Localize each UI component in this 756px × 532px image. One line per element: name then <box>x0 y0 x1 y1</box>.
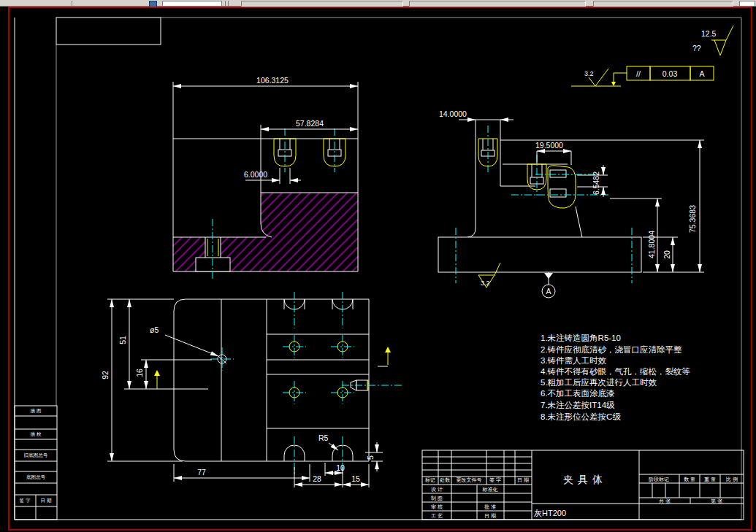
dim-plan-pitch: 28 <box>313 474 321 483</box>
fcf-datum: A <box>699 69 704 78</box>
note-line: 6.不加工表面涂底漆 <box>541 389 615 398</box>
tb-lbl-total: 共 张 <box>659 498 671 504</box>
dim-plan-edge: 5 <box>366 455 375 460</box>
dim-side-base: 20 <box>663 250 671 259</box>
leader-arrow <box>154 370 160 389</box>
tb-lbl-date: 日 期 <box>484 513 496 519</box>
dim-front-total-width: 106.3125 <box>256 76 289 85</box>
dim-plan-width: 77 <box>197 468 206 477</box>
part-material: 灰HT200 <box>534 509 566 517</box>
note-line: 7.未注公差按IT14级 <box>541 401 615 409</box>
tb-row-process: 工 艺 <box>431 513 443 518</box>
tb-row-draw: 制 图 <box>430 496 443 501</box>
margin-row-trace-check: 描 校 <box>31 431 42 437</box>
fcf-symbol: // <box>636 69 641 78</box>
tb-lbl-page: 第 张 <box>711 498 722 504</box>
side-view: 14.0000 19.5000 6.5482 41.8004 20 75.368… <box>438 109 704 298</box>
datum-label: A <box>546 287 551 296</box>
surface-value: 12.5 <box>701 29 717 38</box>
dim-plan-margin: 15 <box>351 474 360 483</box>
cad-canvas[interactable]: 106.3125 57.8284 6.0000 <box>0 0 756 532</box>
dim-plan-slot: 10 <box>336 463 345 472</box>
plan-hole <box>331 335 354 358</box>
dim-plan-upper: 51 <box>118 336 127 344</box>
drawing-info-box <box>56 18 161 45</box>
margin-table: 描 图 描 校 旧底图总号 底图总号 签 字 日 期 <box>15 406 57 520</box>
front-slot <box>324 128 345 172</box>
dim-front-step-width: 57.8284 <box>296 119 324 128</box>
tb-row-design: 设 计 <box>431 487 443 492</box>
dim-plan-offset: 16 <box>135 369 144 377</box>
technical-notes: 1.未注铸造圆角R5-10 2.铸件应彻底清砂，浇冒口应清除平整 3.铸件需人工… <box>541 334 690 421</box>
dim-plan-depth: 92 <box>101 371 110 379</box>
feature-control-frame: // 0.03 A <box>611 66 714 86</box>
surface-mark-top-right: ?? 12.5 <box>692 26 733 55</box>
margin-row-doc: 底图总号 <box>26 474 46 479</box>
surface-prefix: ?? <box>692 44 701 53</box>
tb-lbl-standard: 标准化 <box>482 487 498 493</box>
svg-text:3.2: 3.2 <box>481 280 490 287</box>
part-name: 夹具体 <box>563 474 607 485</box>
set-screw <box>342 380 404 390</box>
dim-plan-radius: R5 <box>318 433 329 442</box>
tb-col-date: 日 期 <box>517 477 529 483</box>
dim-side-mid-height: 41.8004 <box>647 231 656 258</box>
side-slot <box>478 126 497 172</box>
note-line: 3.铸件需人工时效 <box>541 356 607 365</box>
margin-row-old-doc: 旧底图总号 <box>24 452 48 458</box>
tb-col-mark: 标记 <box>424 477 435 483</box>
tb-lbl-weight: 重 量 <box>704 477 716 482</box>
cad-window: 106.3125 57.8284 6.0000 <box>0 0 756 532</box>
front-view: 106.3125 57.8284 6.0000 <box>173 76 358 281</box>
note-line: 4.铸件不得有砂眼，气孔，缩松，裂纹等 <box>541 367 690 376</box>
dim-side-thread: 6.5482 <box>592 171 600 195</box>
dim-side-total-height: 75.3683 <box>688 205 697 233</box>
note-line: 2.铸件应彻底清砂，浇冒口应清除平整 <box>541 345 682 354</box>
dim-side-width: 14.0000 <box>439 109 467 118</box>
tb-col-count: 处数 <box>440 477 451 483</box>
tb-col-doc: 更改文件号 <box>457 477 482 483</box>
margin-row-date: 日 期 <box>41 498 52 503</box>
svg-text:3.2: 3.2 <box>584 70 594 77</box>
note-line: 8.未注形位公差按C级 <box>541 412 621 421</box>
plan-hole <box>283 335 306 358</box>
plan-view: 92 51 16 ø5 77 10 28 15 R5 <box>101 292 404 487</box>
plan-hole <box>283 381 306 404</box>
leader-arrow <box>378 347 391 366</box>
tb-row-check: 审 核 <box>431 504 443 510</box>
title-block: 标记 处数 更改文件号 签 字 日 期 设 计 制 图 审 核 工 艺 标准化 … <box>422 450 744 520</box>
tb-lbl-stage: 阶段标记 <box>649 477 669 482</box>
dim-side-slot-span: 19.5000 <box>535 141 563 150</box>
note-line: 5.粗加工后应再次进行人工时效 <box>541 378 657 387</box>
front-slot <box>274 128 296 172</box>
tb-lbl-approve: 批 准 <box>484 504 496 510</box>
margin-row-sign: 签 字 <box>20 498 31 503</box>
note-line: 1.未注铸造圆角R5-10 <box>541 334 621 342</box>
dim-plan-hole: ø5 <box>150 325 159 334</box>
dim-front-slot: 6.0000 <box>244 170 267 179</box>
tb-lbl-scale: 比 例 <box>726 477 738 482</box>
tb-col-sign: 签 字 <box>489 477 501 482</box>
margin-row-trace: 描 图 <box>31 408 42 414</box>
fcf-tolerance: 0.03 <box>663 69 678 78</box>
datum-flag: A <box>542 272 555 298</box>
tb-lbl-qty: 数 量 <box>684 477 695 482</box>
